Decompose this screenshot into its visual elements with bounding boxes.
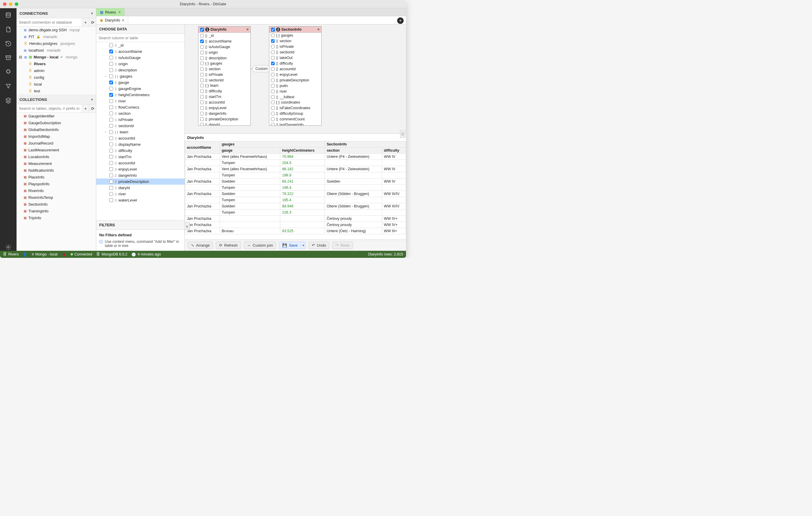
- field-checkbox[interactable]: [200, 84, 204, 87]
- diagram-field[interactable]: ▯accountId: [198, 99, 251, 105]
- database-item[interactable]: 🛢Rivers: [17, 60, 96, 67]
- diagram-field[interactable]: ▯enjoyLevel: [198, 105, 251, 111]
- column-checkbox[interactable]: [109, 87, 113, 91]
- field-checkbox[interactable]: [271, 117, 274, 121]
- column-row[interactable]: ▯river: [96, 191, 184, 197]
- field-checkbox[interactable]: [200, 100, 204, 104]
- column-row[interactable]: ▯difficulty: [96, 148, 184, 154]
- column-checkbox[interactable]: [109, 192, 113, 196]
- column-checkbox[interactable]: [109, 174, 113, 177]
- table-checkbox[interactable]: [271, 28, 275, 32]
- table-row[interactable]: Jan ProchazkaSoelden88.948Obere (Sölden …: [185, 203, 406, 210]
- connections-search-input[interactable]: [17, 18, 82, 26]
- field-checkbox[interactable]: [271, 73, 274, 77]
- diagram-field[interactable]: ▯__fulltext: [269, 94, 321, 100]
- column-row[interactable]: ▯description: [96, 67, 184, 73]
- collection-item[interactable]: ▦LocationInfo: [17, 153, 96, 160]
- close-icon[interactable]: ×: [118, 10, 121, 14]
- horizontal-collapse-toggle[interactable]: «: [184, 222, 190, 230]
- collection-item[interactable]: ▦LastMeasurement: [17, 147, 96, 153]
- column-checkbox[interactable]: [109, 118, 113, 122]
- diagram-field[interactable]: { }team: [198, 83, 251, 88]
- column-checkbox[interactable]: [109, 198, 113, 202]
- field-checkbox[interactable]: [200, 73, 204, 77]
- add-connection-button[interactable]: +: [82, 18, 89, 26]
- column-checkbox[interactable]: [109, 81, 113, 84]
- collection-item[interactable]: ▦TrainingInfo: [17, 208, 96, 214]
- diagram-field[interactable]: ▯description: [198, 55, 251, 61]
- diagram-field[interactable]: ▯accountId: [269, 66, 321, 72]
- column-row[interactable]: ▯accountName: [96, 49, 184, 55]
- diagram-field[interactable]: ▯sectionId: [198, 77, 251, 83]
- column-checkbox[interactable]: [109, 112, 113, 115]
- database-item[interactable]: 🛢admin: [17, 67, 96, 74]
- diagram-field[interactable]: ▯accountName: [198, 38, 251, 44]
- column-subheader[interactable]: section: [325, 148, 382, 154]
- field-checkbox[interactable]: [271, 56, 274, 60]
- status-bug[interactable]: 🐞: [62, 252, 66, 257]
- diagram-field[interactable]: ▯sectionId: [269, 49, 321, 55]
- diagram-field[interactable]: { }gauges: [269, 33, 321, 38]
- table-row[interactable]: Jan ProchazkaBrunau83.525Untere (Oetz - …: [185, 228, 406, 234]
- diagram-field[interactable]: ▯diaryId: [198, 122, 251, 125]
- collection-item[interactable]: ▦Measurement: [17, 160, 96, 167]
- column-row[interactable]: −{ }gauges: [96, 73, 184, 79]
- collection-item[interactable]: ▦GaugeIdentifier: [17, 113, 96, 120]
- column-row[interactable]: ▯displayName: [96, 141, 184, 148]
- column-row[interactable]: ▯river: [96, 98, 184, 104]
- column-row[interactable]: ▯startTm: [96, 154, 184, 160]
- diagram-field[interactable]: ▯difficultyGroup: [269, 111, 321, 116]
- field-checkbox[interactable]: [200, 51, 204, 54]
- file-icon[interactable]: [5, 26, 12, 33]
- diagram-field[interactable]: ▯startTm: [198, 94, 251, 99]
- column-checkbox[interactable]: [109, 136, 113, 140]
- collection-item[interactable]: ▦RiverInfo: [17, 187, 96, 194]
- database-icon[interactable]: [5, 12, 12, 19]
- diagram-field[interactable]: ▯difficulty: [269, 60, 321, 66]
- column-row[interactable]: ▯accountId: [96, 135, 184, 141]
- chevron-down-icon[interactable]: ▾: [300, 244, 304, 247]
- table-row[interactable]: Jan ProchazkaSoelden66.241SoeldenWW IV: [185, 179, 406, 185]
- table-row[interactable]: Jan ProchazkaSoelden78.322Obere (Sölden …: [185, 191, 406, 197]
- field-checkbox[interactable]: [200, 39, 204, 43]
- diagram-field[interactable]: ▯enjoyLevel: [269, 72, 321, 77]
- field-checkbox[interactable]: [200, 56, 204, 60]
- tab-rivers[interactable]: ▦ Rivers ×: [96, 8, 125, 16]
- column-row[interactable]: ▯isAutoGauge: [96, 55, 184, 61]
- column-row[interactable]: ▯privateDescription: [96, 179, 184, 185]
- collection-item[interactable]: ▦RiverInfoTemp: [17, 194, 96, 201]
- collection-item[interactable]: ▦SectionInfo: [17, 201, 96, 208]
- column-checkbox[interactable]: [109, 161, 113, 165]
- settings-icon[interactable]: [5, 244, 12, 251]
- connection-item[interactable]: ≣localhostmariadb: [17, 47, 96, 54]
- column-checkbox[interactable]: [109, 74, 113, 78]
- status-user[interactable]: 👤: [23, 252, 27, 257]
- field-checkbox[interactable]: [271, 123, 274, 126]
- collection-item[interactable]: ▦TripInfo: [17, 214, 96, 221]
- database-item[interactable]: 🛢test: [17, 88, 96, 94]
- column-header[interactable]: gauges: [220, 141, 325, 148]
- connection-item[interactable]: ≣FIT🔒mariadb: [17, 33, 96, 40]
- add-collection-button[interactable]: +: [82, 104, 89, 113]
- diagram-field[interactable]: ▯isPrivate: [269, 44, 321, 49]
- column-row[interactable]: ▯gaugeEngine: [96, 86, 184, 92]
- status-connection[interactable]: ≡Mongo - local: [32, 252, 57, 256]
- diagram-field[interactable]: ▯dangerInfo: [198, 111, 251, 116]
- column-row[interactable]: ▯flowCumecs: [96, 104, 184, 110]
- diagram-field[interactable]: ▯isAutoGauge: [198, 44, 251, 50]
- diagram-field[interactable]: ▯section: [198, 66, 251, 72]
- field-checkbox[interactable]: [200, 62, 204, 65]
- column-header[interactable]: SectionInfo: [325, 141, 406, 148]
- diagram-field[interactable]: ▯river: [269, 89, 321, 94]
- diagram-field[interactable]: ▯difficulty: [198, 88, 251, 94]
- column-row[interactable]: ▯heightCentimeters: [96, 92, 184, 98]
- diagram-field[interactable]: ▯privateDescription: [269, 77, 321, 83]
- column-row[interactable]: ▯_id: [96, 42, 184, 49]
- collection-item[interactable]: ▦GaugeSubscription: [17, 120, 96, 126]
- diagram-table[interactable]: 1 DiaryInfo×▯_id▯accountName▯isAutoGauge…: [198, 26, 251, 126]
- column-subheader[interactable]: heightCentimeters: [280, 148, 325, 154]
- window-close-button[interactable]: [3, 2, 6, 6]
- column-checkbox[interactable]: [109, 62, 113, 66]
- table-row[interactable]: Jan ProchazkaČertovy proudyWW IV+: [185, 216, 406, 222]
- field-checkbox[interactable]: [271, 79, 274, 82]
